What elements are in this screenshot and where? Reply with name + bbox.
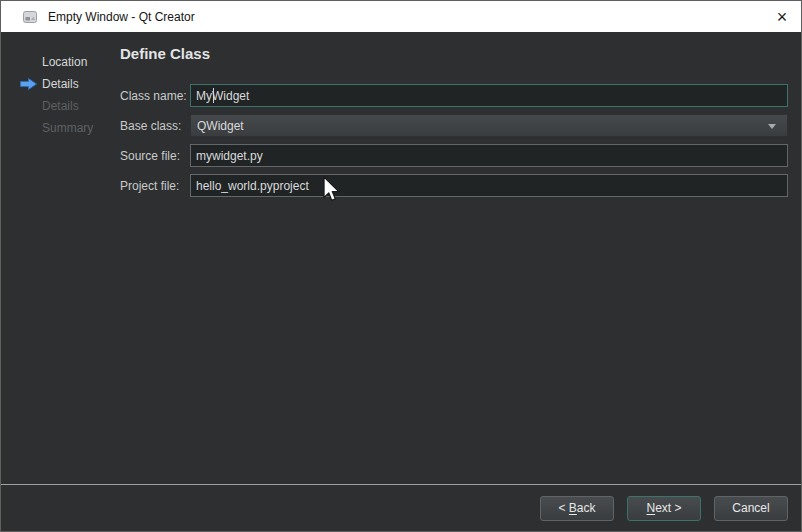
title-bar: Empty Window - Qt Creator × [1, 1, 801, 32]
step-label: Location [42, 55, 87, 69]
wizard-dialog: Empty Window - Qt Creator × Location Det… [0, 0, 802, 532]
base-class-label: Base class: [120, 119, 190, 133]
base-class-selected-value: QWidget [197, 119, 244, 133]
app-icon [22, 9, 38, 25]
close-button[interactable]: × [769, 4, 795, 30]
step-summary: Summary [1, 117, 120, 139]
wizard-steps: Location Details Details Summary [1, 32, 120, 484]
button-bar: < Back Next > Cancel [1, 485, 801, 531]
step-label: Summary [42, 121, 93, 135]
project-file-label: Project file: [120, 179, 190, 193]
step-label: Details [42, 99, 79, 113]
dialog-body: Location Details Details Summary Define … [1, 32, 801, 484]
cancel-button[interactable]: Cancel [714, 496, 788, 521]
step-location: Location [1, 51, 120, 73]
source-file-input[interactable] [190, 144, 788, 167]
back-button[interactable]: < Back [540, 496, 614, 521]
close-icon: × [777, 8, 788, 26]
chevron-down-icon [768, 124, 776, 129]
current-step-arrow-icon [20, 78, 37, 90]
next-button[interactable]: Next > [627, 496, 701, 521]
step-details-current: Details [1, 73, 120, 95]
class-name-input[interactable] [190, 84, 788, 107]
class-name-row: Class name: [120, 84, 788, 107]
source-file-label: Source file: [120, 149, 190, 163]
project-file-row: Project file: [120, 174, 788, 197]
define-class-form: Class name: Base class: QWidget [120, 84, 788, 197]
project-file-input[interactable] [190, 174, 788, 197]
window-title: Empty Window - Qt Creator [48, 10, 195, 24]
source-file-row: Source file: [120, 144, 788, 167]
base-class-row: Base class: QWidget [120, 114, 788, 137]
step-details-upcoming: Details [1, 95, 120, 117]
class-name-label: Class name: [120, 89, 190, 103]
step-label: Details [42, 77, 79, 91]
base-class-dropdown[interactable]: QWidget [190, 114, 788, 137]
wizard-page: Define Class Class name: Base class: QWi… [120, 32, 801, 484]
page-title: Define Class [120, 44, 788, 64]
